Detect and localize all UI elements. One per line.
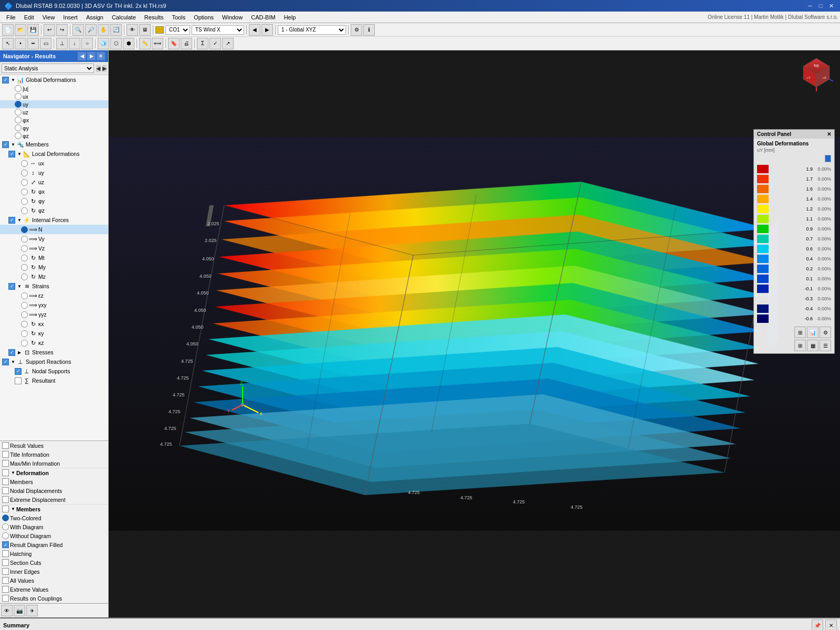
- members-deform-item[interactable]: Members: [0, 477, 108, 486]
- global-deformations-group[interactable]: ✓ ▼ 📊 Global Deformations: [0, 75, 108, 85]
- section-cuts-item[interactable]: Section Cuts: [0, 558, 108, 567]
- strain-gxy-radio[interactable]: [21, 302, 28, 309]
- open-btn[interactable]: 📂: [15, 24, 26, 36]
- coord-system-combo[interactable]: 1 - Global XYZ: [278, 25, 346, 35]
- redo-btn[interactable]: ↪: [56, 24, 68, 36]
- menu-item-view[interactable]: View: [38, 13, 59, 22]
- resultant-item[interactable]: ∑ Resultant: [0, 376, 108, 385]
- local-uy-item[interactable]: ↕ uy: [0, 168, 108, 177]
- local-phiz-radio[interactable]: [21, 207, 28, 214]
- nav-back-btn[interactable]: ◀: [78, 52, 86, 60]
- strain-kx-item[interactable]: ↻ κx: [0, 319, 108, 329]
- stresses-group[interactable]: ✓ ▶ ⊡ Stresses: [0, 348, 108, 357]
- with-diagram-check[interactable]: [2, 523, 9, 530]
- local-deform-expand[interactable]: ▼: [16, 151, 23, 157]
- menu-item-tools[interactable]: Tools: [167, 13, 190, 22]
- save-btn[interactable]: 💾: [27, 24, 39, 36]
- local-uz-item[interactable]: ⤢ uz: [0, 177, 108, 187]
- hatching-item[interactable]: Hatching: [0, 549, 108, 558]
- nav-forward-btn[interactable]: ▶: [87, 52, 96, 60]
- check-btn[interactable]: ✓: [209, 38, 221, 49]
- with-diagram-item[interactable]: With Diagram: [0, 522, 108, 531]
- menu-item-options[interactable]: Options: [190, 13, 218, 22]
- close-button[interactable]: ✕: [826, 1, 836, 10]
- strains-expand[interactable]: ▼: [16, 283, 23, 289]
- title-info-check[interactable]: [2, 451, 9, 458]
- deform-ux-item[interactable]: ux: [0, 92, 108, 100]
- members-display-check[interactable]: [2, 506, 9, 512]
- maximize-button[interactable]: □: [816, 1, 825, 10]
- resultant-check[interactable]: [15, 377, 22, 384]
- nodal-displ-check[interactable]: [2, 487, 9, 494]
- cp-table-btn[interactable]: ⊞: [794, 327, 806, 338]
- if-Vy-item[interactable]: ⟹ Vy: [0, 234, 108, 244]
- global-deformations-check[interactable]: ✓: [2, 77, 9, 83]
- stresses-expand[interactable]: ▶: [16, 349, 23, 355]
- load-name-combo[interactable]: TS Wind X: [192, 25, 244, 35]
- orientation-cube[interactable]: top +X +Y: [798, 56, 835, 92]
- menu-item-window[interactable]: Window: [218, 13, 247, 22]
- dimension-btn[interactable]: ⟺: [152, 38, 163, 49]
- title-info-item[interactable]: Title Information: [0, 450, 108, 459]
- deform-uz-radio[interactable]: [15, 109, 22, 116]
- settings-btn[interactable]: ⚙: [351, 24, 362, 36]
- members-group[interactable]: ✓ ▼ 🔩 Members: [0, 140, 108, 149]
- stresses-check[interactable]: ✓: [8, 349, 15, 356]
- strain-kz-item[interactable]: ↻ κz: [0, 338, 108, 348]
- menu-item-calculate[interactable]: Calculate: [108, 13, 140, 22]
- analysis-combo[interactable]: Static Analysis: [2, 64, 94, 73]
- deform-phiy-item[interactable]: φy: [0, 124, 108, 132]
- print-btn[interactable]: 🖨: [181, 38, 192, 49]
- if-My-item[interactable]: ↻ My: [0, 262, 108, 272]
- members-check[interactable]: ✓: [2, 141, 9, 148]
- result-values-check[interactable]: [2, 442, 9, 449]
- members-display-expand[interactable]: ▼: [10, 506, 16, 512]
- extreme-values-check[interactable]: [2, 586, 9, 593]
- deform-ux-radio[interactable]: [15, 93, 22, 100]
- node-btn[interactable]: •: [15, 38, 26, 49]
- support-reactions-expand[interactable]: ▼: [10, 359, 16, 365]
- hinge-btn[interactable]: ○: [81, 38, 93, 49]
- local-ux-radio[interactable]: [21, 160, 28, 167]
- nav-view-btn[interactable]: 👁: [1, 605, 13, 616]
- menu-item-file[interactable]: File: [2, 13, 20, 22]
- strain-ez-radio[interactable]: [21, 292, 28, 299]
- results-on-couplings-check[interactable]: [2, 595, 9, 602]
- local-uy-radio[interactable]: [21, 170, 28, 176]
- if-Mt-radio[interactable]: [21, 255, 28, 261]
- member-btn[interactable]: ━: [27, 38, 39, 49]
- summary-close-btn[interactable]: ✕: [825, 620, 837, 630]
- deform-phiy-radio[interactable]: [15, 124, 22, 131]
- select-btn[interactable]: ↖: [2, 38, 14, 49]
- prev-result-btn[interactable]: ◀: [249, 24, 260, 36]
- zoom-in-btn[interactable]: 🔍: [72, 24, 84, 36]
- if-Vz-radio[interactable]: [21, 245, 28, 252]
- nodal-supports-check[interactable]: ✓: [15, 368, 22, 375]
- local-phiz-item[interactable]: ↻ φz: [0, 206, 108, 215]
- hatching-check[interactable]: [2, 550, 9, 557]
- extreme-displ-item[interactable]: Extreme Displacement: [0, 495, 108, 504]
- annotation-btn[interactable]: 🔖: [168, 38, 180, 49]
- result-values-item[interactable]: Result Values: [0, 441, 108, 450]
- menu-item-cad-bim[interactable]: CAD-BIM: [247, 13, 279, 22]
- result-diagram-filled-check[interactable]: ✓: [2, 541, 9, 548]
- local-uz-radio[interactable]: [21, 179, 28, 186]
- maxmin-info-item[interactable]: Max/Min Information: [0, 459, 108, 468]
- local-phix-item[interactable]: ↻ φx: [0, 187, 108, 196]
- inner-edges-check[interactable]: [2, 568, 9, 575]
- cp-view-list-btn[interactable]: ☰: [820, 340, 831, 351]
- undo-btn[interactable]: ↩: [44, 24, 55, 36]
- results-on-couplings-item[interactable]: Results on Couplings: [0, 594, 108, 603]
- deform-uz-item[interactable]: uz: [0, 108, 108, 116]
- view3d-btn[interactable]: 🧊: [98, 38, 109, 49]
- control-panel-close[interactable]: ✕: [827, 131, 831, 137]
- if-Vz-item[interactable]: ⟹ Vz: [0, 244, 108, 253]
- load-btn[interactable]: ↓: [69, 38, 80, 49]
- deform-phiz-radio[interactable]: [15, 132, 22, 139]
- nav-move-btn[interactable]: ✈: [26, 605, 38, 616]
- strains-check[interactable]: ✓: [8, 283, 15, 290]
- without-diagram-check[interactable]: [2, 532, 9, 539]
- strain-ez-item[interactable]: ⟹ εz: [0, 291, 108, 300]
- measure-btn[interactable]: 📏: [139, 38, 151, 49]
- if-N-item[interactable]: ⟹ N: [0, 225, 108, 234]
